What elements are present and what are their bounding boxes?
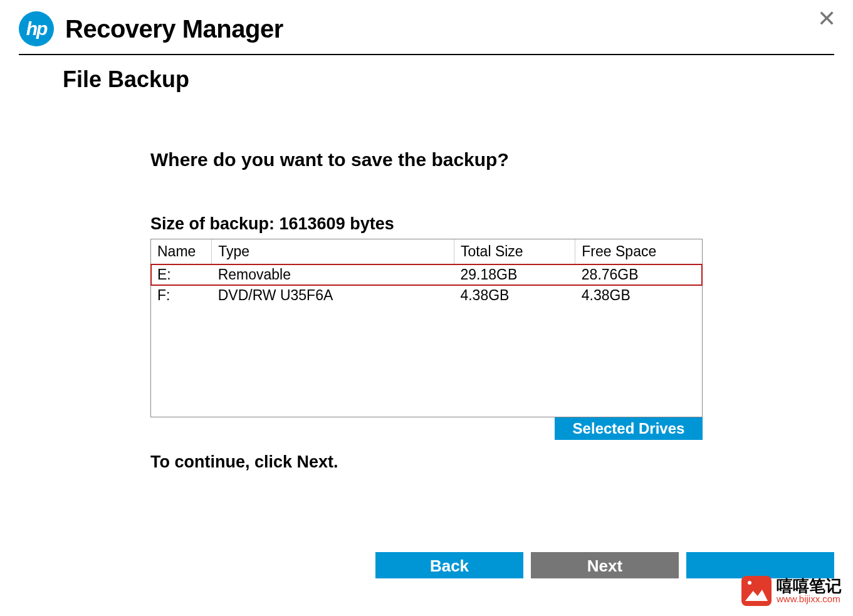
close-button[interactable]: ✕ xyxy=(814,8,839,33)
watermark-text-en: www.bijixx.com xyxy=(777,594,842,605)
next-button[interactable]: Next xyxy=(531,552,679,578)
cell-name: E: xyxy=(151,264,212,286)
cell-type: Removable xyxy=(212,264,454,286)
page-title: File Backup xyxy=(63,66,790,93)
cell-name: F: xyxy=(151,285,212,306)
cell-free: 4.38GB xyxy=(575,285,702,306)
continue-message: To continue, click Next. xyxy=(150,452,703,472)
back-button[interactable]: Back xyxy=(375,552,523,578)
close-icon: ✕ xyxy=(817,6,836,31)
hp-logo-icon: hp xyxy=(19,11,54,46)
watermark-icon xyxy=(741,576,772,606)
col-header-total: Total Size xyxy=(454,239,575,264)
col-header-free: Free Space xyxy=(575,239,702,264)
third-button[interactable] xyxy=(686,552,834,578)
cell-total: 4.38GB xyxy=(454,285,575,306)
col-header-type: Type xyxy=(212,239,454,264)
backup-size-label: Size of backup: 1613609 bytes xyxy=(150,214,703,234)
cell-type: DVD/RW U35F6A xyxy=(212,285,454,306)
header: hp Recovery Manager xyxy=(0,0,853,54)
watermark: 嘻嘻笔记 www.bijixx.com xyxy=(741,576,842,606)
cell-total: 29.18GB xyxy=(454,264,575,286)
drive-table: Name Type Total Size Free Space E:Remova… xyxy=(150,239,703,417)
question-text: Where do you want to save the backup? xyxy=(150,149,703,170)
selected-drives-button[interactable]: Selected Drives xyxy=(555,417,703,440)
col-header-name: Name xyxy=(151,239,212,264)
table-row[interactable]: F:DVD/RW U35F6A4.38GB4.38GB xyxy=(151,285,702,306)
watermark-text-cn: 嘻嘻笔记 xyxy=(777,578,842,594)
table-row[interactable]: E:Removable29.18GB28.76GB xyxy=(151,264,702,286)
button-row: Back Next xyxy=(0,552,853,578)
table-header-row: Name Type Total Size Free Space xyxy=(151,239,702,264)
cell-free: 28.76GB xyxy=(575,264,702,286)
app-title: Recovery Manager xyxy=(65,15,283,43)
